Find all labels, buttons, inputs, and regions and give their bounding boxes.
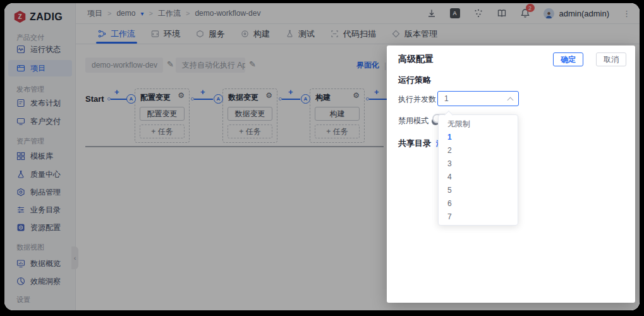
run-strategy-section-title: 运行策略 bbox=[398, 75, 431, 86]
dialog-title: 高级配置 bbox=[398, 54, 434, 65]
shared-directory-label: 共享目录 bbox=[398, 138, 431, 149]
dropdown-option-1[interactable]: 1 bbox=[439, 131, 518, 144]
app-window: Z ZADIG 产品交付 运行状态 项目 发布管理 发布计划 客户交付 资产管理… bbox=[4, 3, 640, 310]
dropdown-option-7[interactable]: 7 bbox=[439, 210, 518, 224]
confirm-button[interactable]: 确定 bbox=[553, 52, 583, 66]
concurrency-dropdown: 无限制 1 2 3 4 5 6 7 bbox=[438, 114, 518, 226]
concurrency-select-input[interactable] bbox=[438, 92, 518, 106]
dropdown-option-3[interactable]: 3 bbox=[439, 157, 518, 171]
dropdown-option-unlimited[interactable]: 无限制 bbox=[439, 118, 518, 131]
disable-mode-label-text: 禁用模式 bbox=[398, 116, 428, 126]
dropdown-option-5[interactable]: 5 bbox=[439, 184, 518, 197]
concurrency-label-text: 执行并发数 bbox=[398, 94, 436, 105]
dropdown-option-6[interactable]: 6 bbox=[439, 197, 518, 210]
dropdown-option-2[interactable]: 2 bbox=[439, 144, 518, 157]
cancel-button[interactable]: 取消 bbox=[596, 52, 626, 66]
dropdown-option-4[interactable]: 4 bbox=[439, 171, 518, 184]
concurrency-select[interactable] bbox=[437, 91, 519, 106]
